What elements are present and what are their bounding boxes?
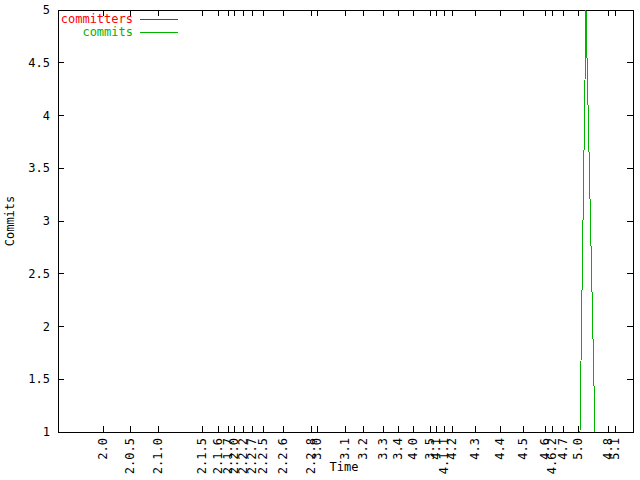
- x-tick-label: 4.2: [445, 438, 459, 460]
- x-tick-label: 5.0: [571, 438, 585, 460]
- gnuplot-chart: 11.522.533.544.55 2.02.0.52.1.02.1.52.1.…: [0, 0, 640, 480]
- x-tick-label: 4.5: [516, 438, 530, 460]
- x-tick-label: 3.4: [391, 438, 405, 460]
- x-tick-label: 3.0: [310, 438, 324, 460]
- y-axis-title: Commits: [3, 196, 17, 247]
- x-axis-title: Time: [330, 460, 359, 474]
- legend-label-committers: committers: [61, 12, 133, 26]
- y-tick-labels: 11.522.533.544.55: [28, 3, 50, 439]
- x-tick-label: 4.3: [468, 438, 482, 460]
- x-tick-labels: 2.02.0.52.1.02.1.52.1.62.1.72.2.02.2.22.…: [96, 438, 622, 474]
- x-tick-label: 2.2.6: [276, 438, 290, 474]
- legend: committers commits: [61, 12, 178, 39]
- plot-border: [58, 10, 633, 432]
- x-tick-label: 2.1.0: [151, 438, 165, 474]
- x-tick-label: 3.1: [338, 438, 352, 460]
- y-tick-label: 3.5: [28, 161, 50, 175]
- x-tick-label: 2.1.5: [195, 438, 209, 474]
- x-tick-label: 4.0: [406, 438, 420, 460]
- y-tick-label: 1: [43, 425, 50, 439]
- y-tick-label: 2.5: [28, 267, 50, 281]
- y-tick-label: 5: [43, 3, 50, 17]
- y-tick-label: 2: [43, 320, 50, 334]
- chart-canvas: 11.522.533.544.55 2.02.0.52.1.02.1.52.1.…: [0, 0, 640, 480]
- x-tick-label: 4.4: [493, 438, 507, 460]
- x-tick-label: 4.7: [556, 438, 570, 460]
- y-tick-label: 1.5: [28, 372, 50, 386]
- tick-marks: [58, 10, 633, 432]
- legend-label-commits: commits: [82, 25, 133, 39]
- y-tick-label: 4: [43, 109, 50, 123]
- x-tick-label: 2.2.5: [256, 438, 270, 474]
- y-tick-label: 3: [43, 214, 50, 228]
- x-tick-label: 2.0.5: [123, 438, 137, 474]
- x-tick-label: 3.2: [356, 438, 370, 460]
- x-tick-label: 2.0: [96, 438, 110, 460]
- x-tick-label: 3.3: [376, 438, 390, 460]
- y-tick-label: 4.5: [28, 56, 50, 70]
- series-lines: [580, 10, 595, 432]
- series-line-commits: [580, 10, 595, 432]
- x-tick-label: 5.1: [608, 438, 622, 460]
